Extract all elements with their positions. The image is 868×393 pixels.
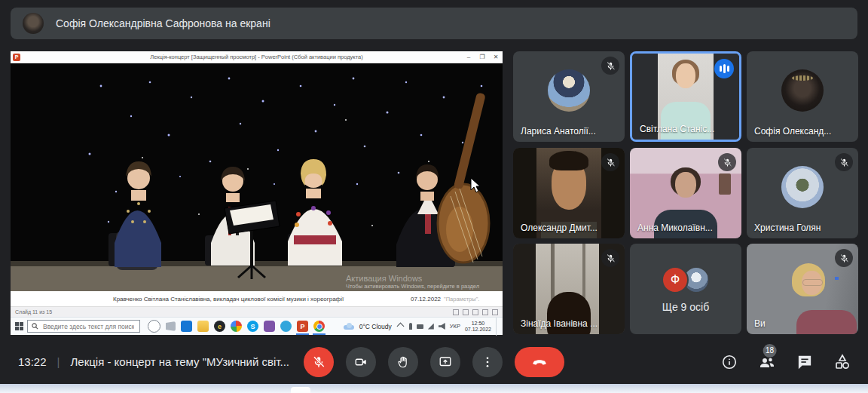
avatar-initial: Ф — [662, 266, 689, 293]
google-meet-window: Софія Олександрівна Сафронова на екрані … — [0, 0, 868, 393]
presentation-slide: Активация Windows Чтобы активировать Win… — [11, 63, 503, 291]
restore-icon: ❐ — [475, 51, 489, 63]
participants-button[interactable]: 18 — [758, 353, 776, 371]
more-options-icon — [481, 355, 494, 369]
clock: 13:22 — [18, 355, 47, 368]
antivirus-icon: e — [214, 321, 225, 332]
powerpoint-titlebar: P Лекція-концерт [Защищенный просмотр] -… — [11, 51, 503, 63]
powerpoint-window-title: Лекція-концерт [Защищенный просмотр] - P… — [11, 54, 503, 60]
minimize-icon: – — [462, 51, 475, 63]
participant-tile-sofiia[interactable]: Софія Олександ... — [747, 51, 858, 142]
mic-muted-icon — [601, 153, 619, 171]
tray-language: УКР — [450, 323, 460, 330]
mic-muted-icon — [601, 57, 619, 75]
performance-video-frame — [11, 63, 503, 291]
slide-counter: Слайд 11 из 15 — [15, 309, 52, 315]
search-icon — [32, 323, 38, 330]
audio-level-icon — [714, 59, 734, 78]
activities-button[interactable] — [833, 353, 851, 371]
info-icon — [721, 354, 738, 370]
viber-icon — [264, 321, 275, 332]
participant-name: Анна Миколаївн... — [637, 223, 713, 233]
avatar — [781, 69, 824, 112]
self-view-tile[interactable]: Ви — [747, 244, 858, 334]
tray-volume-icon — [439, 323, 445, 330]
participant-name: Зінаїда Іванівна ... — [521, 318, 598, 329]
participant-tile-anna[interactable]: Анна Миколаївн... — [630, 148, 741, 238]
chrome-icon — [313, 321, 325, 332]
mic-muted-icon — [601, 249, 619, 267]
presenter-avatar — [23, 13, 44, 34]
activities-icon — [833, 353, 851, 371]
participant-name: Лариса Анатолії... — [521, 126, 596, 137]
participant-name: Ви — [754, 318, 766, 329]
participant-tile-larysa[interactable]: Лариса Анатолії... — [513, 51, 625, 142]
meet-bottom-bar: 13:22 | Лекція - концерт на тему "МУзичн… — [0, 339, 868, 384]
avatar — [548, 69, 590, 112]
powerpoint-statusbar: Слайд 11 из 15 — [11, 306, 503, 317]
participant-name: Світлана Станіс... — [640, 124, 714, 134]
slide-date: 07.12.2022 — [411, 296, 441, 302]
telegram-icon — [280, 321, 292, 332]
tray-clock: 12:50 07.12.2022 — [465, 321, 491, 333]
more-options-button[interactable] — [472, 347, 503, 377]
divider: | — [57, 355, 60, 368]
camera-icon — [354, 355, 368, 369]
participant-name: Олександр Дмит... — [521, 223, 598, 233]
overflow-avatars: Ф — [662, 266, 710, 293]
mic-muted-icon — [835, 249, 853, 267]
powerpoint-taskbar-icon: P — [297, 321, 308, 332]
mic-muted-icon — [835, 153, 853, 171]
browser-icon — [231, 321, 242, 332]
presenting-banner: Софія Олександрівна Сафронова на екрані — [11, 8, 857, 39]
shared-screen-video: P Лекція-концерт [Защищенный просмотр] -… — [11, 51, 503, 335]
participant-tile-svitlana-speaking[interactable]: Світлана Станіс... — [630, 51, 741, 142]
tray-network-icon — [428, 324, 434, 330]
windows-search-input — [27, 320, 140, 333]
present-screen-button[interactable] — [430, 347, 460, 377]
weather-cloud-icon — [343, 323, 355, 330]
avatar — [781, 166, 824, 208]
raise-hand-icon — [396, 355, 410, 369]
participant-tile-oleksandr[interactable]: Олександр Дмит... — [513, 148, 625, 238]
windows-taskbar: e S P 0°C Cloudy УКР 12:50 07.12.20 — [11, 317, 503, 335]
end-call-icon — [531, 354, 548, 370]
tray-mic-icon — [409, 323, 412, 330]
tray-chevron-icon — [396, 323, 404, 330]
slide-caption-strip: Кравченко Світлана Станіславівна, виклад… — [11, 291, 503, 306]
participant-tile-zinaida[interactable]: Зінаїда Іванівна ... — [513, 244, 625, 334]
participant-name: Христина Голян — [754, 223, 821, 233]
slide-caption: Кравченко Світлана Станіславівна, виклад… — [113, 296, 344, 302]
desktop-taskbar-strip — [0, 384, 868, 393]
file-explorer-icon — [197, 321, 209, 332]
mic-muted-icon — [718, 153, 736, 171]
taskbar-button — [291, 387, 310, 393]
windows-start-icon — [11, 322, 27, 330]
weather-text: 0°C Cloudy — [359, 323, 392, 330]
tray-battery-icon — [417, 324, 423, 329]
task-view-icon — [166, 321, 176, 331]
meeting-details-button[interactable] — [720, 353, 738, 371]
activation-overflow-text: "Параметры". — [444, 296, 479, 302]
mail-icon — [181, 321, 192, 332]
mic-off-icon — [312, 355, 326, 369]
cortana-icon — [148, 320, 160, 333]
show-desktop-button — [496, 318, 500, 336]
presenting-banner-text: Софія Олександрівна Сафронова на екрані — [56, 17, 270, 29]
skype-icon: S — [247, 321, 258, 332]
meeting-title: Лекція - концерт на тему "МУзичний світ.… — [70, 355, 289, 368]
chat-icon — [796, 354, 813, 370]
system-tray: 0°C Cloudy УКР 12:50 07.12.2022 — [343, 318, 500, 336]
camera-toggle-button[interactable] — [346, 347, 376, 377]
present-screen-icon — [439, 355, 452, 369]
more-people-tile[interactable]: Ф Ще 9 осіб — [630, 244, 741, 334]
end-call-button[interactable] — [515, 347, 564, 377]
more-people-label: Ще 9 осіб — [630, 301, 741, 313]
mic-toggle-button[interactable] — [304, 347, 334, 377]
close-icon: ✕ — [489, 51, 503, 63]
participant-count-badge: 18 — [763, 344, 777, 358]
raise-hand-button[interactable] — [388, 347, 418, 377]
participant-name: Софія Олександ... — [754, 126, 831, 137]
chat-button[interactable] — [796, 353, 814, 371]
participant-tile-khrystyna[interactable]: Христина Голян — [747, 148, 858, 238]
